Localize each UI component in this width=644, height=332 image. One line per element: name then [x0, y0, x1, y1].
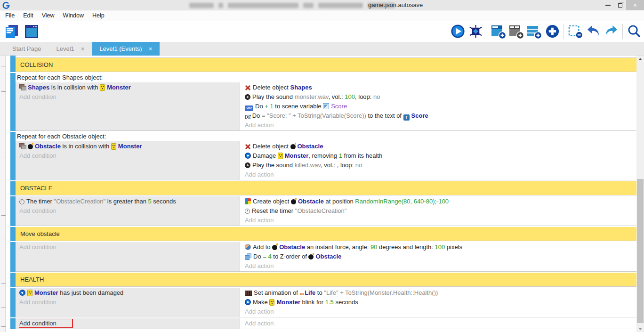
monster-icon: [269, 299, 274, 306]
condition-line[interactable]: Add condition: [19, 319, 240, 328]
animation-icon: [245, 291, 252, 296]
action-line[interactable]: Make Monster blink for 1.5 seconds: [245, 298, 636, 307]
action-line[interactable]: Add action: [245, 307, 636, 316]
text-segment: seconds: [152, 198, 176, 205]
menu-item-window[interactable]: Window: [59, 10, 88, 21]
group-header-obstacle[interactable]: OBSTACLE: [16, 181, 636, 195]
condition-line[interactable]: Add condition: [19, 298, 240, 307]
action-line[interactable]: Add to Obstacle an instant force, angle:…: [245, 243, 636, 252]
group-header-health[interactable]: HEALTH: [16, 273, 636, 287]
action-line[interactable]: VarDo + 1 to scene variable Score: [245, 102, 636, 111]
add-comment-icon[interactable]: [526, 23, 542, 40]
action-line[interactable]: Add action: [245, 170, 636, 179]
play-icon[interactable]: [450, 23, 466, 40]
text-segment: seconds: [334, 299, 358, 306]
event-selection-bar[interactable]: [10, 273, 16, 287]
tab-level1-events-[interactable]: Level1 (Events)×: [92, 42, 160, 56]
group-header-move-obstacle[interactable]: Move obstacle: [16, 227, 636, 241]
redo-icon[interactable]: [603, 23, 619, 40]
action-line[interactable]: Add action: [245, 121, 636, 130]
debug-icon[interactable]: [467, 23, 483, 40]
close-button[interactable]: ×: [626, 0, 644, 10]
condition-line[interactable]: Add condition: [19, 243, 240, 252]
text-segment: RandomInRange(80, 640-80);-100: [355, 198, 449, 205]
action-line[interactable]: txtDo = "Score: " + ToString(Variable(Sc…: [245, 111, 636, 121]
group-header-collision[interactable]: COLLISION: [16, 58, 636, 72]
tab-level1[interactable]: Level1×: [48, 42, 92, 55]
monster-icon: [278, 153, 283, 159]
condition-line[interactable]: Add condition: [19, 206, 240, 216]
action-line[interactable]: Add action: [245, 216, 636, 225]
event-selection-bar[interactable]: [10, 132, 16, 180]
event-selection-bar[interactable]: [10, 288, 16, 317]
action-line[interactable]: Add action: [245, 319, 636, 328]
condition-line[interactable]: The timer "ObstacleCreation" is greater …: [19, 197, 240, 206]
text-segment: Add action: [245, 308, 274, 315]
text-segment: "ObstacleCreation": [54, 198, 106, 205]
repeat-event-header[interactable]: Repeat for each Obstacle object:: [16, 132, 636, 141]
event-block: Add conditionAdd to Obstacle an instant …: [16, 242, 636, 272]
scene-editor-icon[interactable]: [24, 23, 40, 40]
event-selection-bar[interactable]: [10, 227, 16, 241]
action-line[interactable]: Play the sound monster.wav, vol.: 100, l…: [245, 92, 636, 102]
undo-icon[interactable]: [585, 23, 601, 40]
text-segment: Do: [252, 112, 262, 119]
action-line[interactable]: Play the sound killed.wav, vol.: , loop:…: [245, 161, 636, 170]
search-icon[interactable]: [626, 23, 642, 40]
text-segment: Monster: [276, 299, 300, 306]
text-segment: Shapes: [290, 84, 312, 91]
vertical-scrollbar[interactable]: [636, 56, 644, 332]
gutter-tick: [1, 66, 6, 66]
action-line[interactable]: Damage Monster, removing 1 from its heal…: [245, 151, 636, 161]
action-line[interactable]: Delete object Obstacle: [245, 142, 636, 151]
menu-item-file[interactable]: File: [1, 10, 19, 21]
scrollbar-down-arrow[interactable]: [638, 328, 642, 330]
event-selection-bar[interactable]: [10, 318, 16, 329]
menu-item-help[interactable]: Help: [88, 10, 109, 21]
action-line[interactable]: Delete object Shapes: [245, 83, 636, 92]
gutter-tick: [1, 191, 6, 191]
event-selection-bar[interactable]: [10, 58, 16, 72]
project-manager-icon[interactable]: [4, 23, 20, 40]
text-segment: 1.5: [325, 299, 334, 306]
condition-line[interactable]: Add condition: [19, 151, 240, 161]
action-line[interactable]: Do = 4 to Z-order of Obstacle: [245, 252, 636, 261]
text-segment: Delete object: [253, 84, 290, 91]
event-selection-bar[interactable]: [10, 73, 16, 131]
tab-start-page[interactable]: Start Page: [5, 42, 48, 55]
event-selection-bar[interactable]: [10, 181, 16, 195]
title-bar: game.json.autosave ×: [0, 0, 644, 10]
action-line[interactable]: Reset the timer "ObstacleCreation": [245, 206, 636, 216]
condition-line[interactable]: Obstacle is in collision with Monster: [19, 142, 240, 151]
text-segment: 100: [435, 243, 445, 251]
event-selection-bar[interactable]: [10, 242, 16, 272]
minimize-button[interactable]: [602, 0, 614, 10]
tab-close-icon[interactable]: ×: [81, 45, 85, 52]
condition-line[interactable]: Shapes is in collision with Monster: [19, 83, 240, 92]
condition-line[interactable]: Monster has just been damaged: [19, 288, 240, 298]
menu-item-edit[interactable]: Edit: [19, 10, 38, 21]
menu-item-view[interactable]: View: [38, 10, 59, 21]
add-subevent-icon[interactable]: [508, 23, 524, 40]
scrollbar-thumb[interactable]: [637, 179, 644, 323]
remove-selection-icon[interactable]: [567, 23, 583, 40]
sound-icon: [245, 94, 250, 100]
scrollbar-up-arrow[interactable]: [638, 58, 642, 60]
bomb-icon: [308, 254, 314, 259]
tab-close-icon[interactable]: ×: [149, 45, 153, 52]
conditions-column: Monster has just been damagedAdd conditi…: [16, 288, 240, 317]
action-line[interactable]: Add action: [245, 261, 636, 271]
restore-button[interactable]: [614, 0, 626, 10]
add-plus-icon[interactable]: [544, 23, 560, 40]
add-event-icon[interactable]: [491, 23, 507, 40]
event-selection-bar[interactable]: [10, 196, 16, 226]
condition-line[interactable]: Add condition: [19, 92, 240, 102]
bomb-icon: [291, 199, 296, 204]
conditions-column: The timer "ObstacleCreation" is greater …: [16, 196, 240, 226]
actions-column: Set animation of •••Life to "Life" + ToS…: [240, 288, 636, 317]
variable-icon: Var: [245, 105, 253, 111]
repeat-event-header[interactable]: Repeat for each Shapes object:: [16, 73, 636, 82]
action-line[interactable]: Set animation of •••Life to "Life" + ToS…: [245, 288, 636, 298]
action-line[interactable]: Create object Obstacle at position Rando…: [245, 197, 636, 206]
text-segment: Damage: [253, 152, 278, 159]
